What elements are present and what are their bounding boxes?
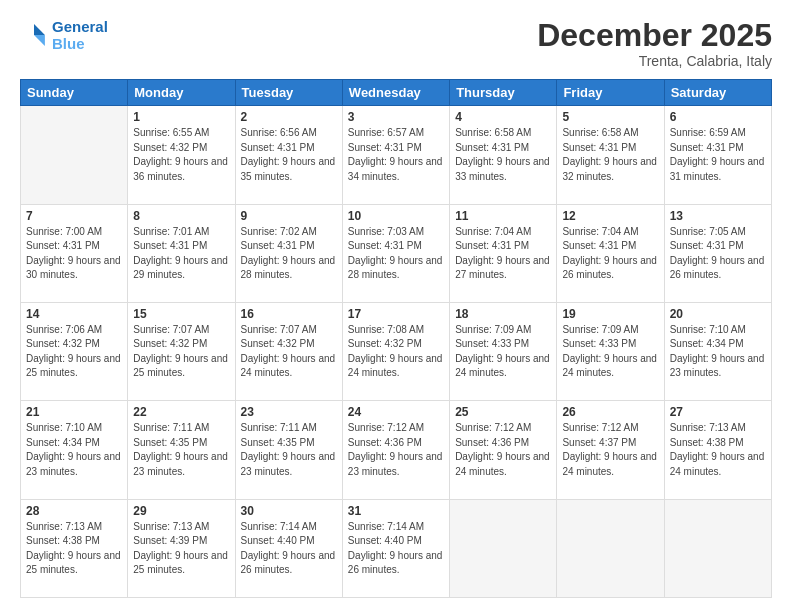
calendar-day-cell: 27Sunrise: 7:13 AMSunset: 4:38 PMDayligh… <box>664 401 771 499</box>
day-info: Sunrise: 7:13 AMSunset: 4:38 PMDaylight:… <box>26 520 122 578</box>
calendar-day-cell: 11Sunrise: 7:04 AMSunset: 4:31 PMDayligh… <box>450 204 557 302</box>
calendar-day-cell: 17Sunrise: 7:08 AMSunset: 4:32 PMDayligh… <box>342 302 449 400</box>
day-info: Sunrise: 7:11 AMSunset: 4:35 PMDaylight:… <box>133 421 229 479</box>
day-info: Sunrise: 6:56 AMSunset: 4:31 PMDaylight:… <box>241 126 337 184</box>
calendar-table: SundayMondayTuesdayWednesdayThursdayFrid… <box>20 79 772 598</box>
calendar-day-cell: 21Sunrise: 7:10 AMSunset: 4:34 PMDayligh… <box>21 401 128 499</box>
day-number: 14 <box>26 307 122 321</box>
calendar-day-header: Sunday <box>21 80 128 106</box>
day-number: 26 <box>562 405 658 419</box>
calendar-week-row: 28Sunrise: 7:13 AMSunset: 4:38 PMDayligh… <box>21 499 772 597</box>
day-info: Sunrise: 7:03 AMSunset: 4:31 PMDaylight:… <box>348 225 444 283</box>
page: General Blue December 2025 Trenta, Calab… <box>0 0 792 612</box>
day-info: Sunrise: 7:12 AMSunset: 4:37 PMDaylight:… <box>562 421 658 479</box>
day-number: 31 <box>348 504 444 518</box>
calendar-week-row: 14Sunrise: 7:06 AMSunset: 4:32 PMDayligh… <box>21 302 772 400</box>
calendar-day-cell: 31Sunrise: 7:14 AMSunset: 4:40 PMDayligh… <box>342 499 449 597</box>
day-info: Sunrise: 7:01 AMSunset: 4:31 PMDaylight:… <box>133 225 229 283</box>
day-number: 28 <box>26 504 122 518</box>
day-number: 20 <box>670 307 766 321</box>
calendar-day-header: Tuesday <box>235 80 342 106</box>
calendar-day-cell: 24Sunrise: 7:12 AMSunset: 4:36 PMDayligh… <box>342 401 449 499</box>
day-info: Sunrise: 6:55 AMSunset: 4:32 PMDaylight:… <box>133 126 229 184</box>
calendar-day-cell: 29Sunrise: 7:13 AMSunset: 4:39 PMDayligh… <box>128 499 235 597</box>
logo-icon <box>20 21 48 49</box>
calendar-day-cell: 9Sunrise: 7:02 AMSunset: 4:31 PMDaylight… <box>235 204 342 302</box>
calendar-day-cell: 12Sunrise: 7:04 AMSunset: 4:31 PMDayligh… <box>557 204 664 302</box>
day-info: Sunrise: 6:59 AMSunset: 4:31 PMDaylight:… <box>670 126 766 184</box>
calendar-day-cell: 8Sunrise: 7:01 AMSunset: 4:31 PMDaylight… <box>128 204 235 302</box>
svg-rect-4 <box>20 35 34 49</box>
calendar-day-header: Saturday <box>664 80 771 106</box>
calendar-day-cell: 18Sunrise: 7:09 AMSunset: 4:33 PMDayligh… <box>450 302 557 400</box>
day-info: Sunrise: 7:02 AMSunset: 4:31 PMDaylight:… <box>241 225 337 283</box>
day-number: 24 <box>348 405 444 419</box>
day-number: 17 <box>348 307 444 321</box>
day-number: 23 <box>241 405 337 419</box>
day-number: 21 <box>26 405 122 419</box>
day-number: 18 <box>455 307 551 321</box>
calendar-day-cell: 19Sunrise: 7:09 AMSunset: 4:33 PMDayligh… <box>557 302 664 400</box>
calendar-day-header: Wednesday <box>342 80 449 106</box>
day-info: Sunrise: 7:12 AMSunset: 4:36 PMDaylight:… <box>348 421 444 479</box>
day-info: Sunrise: 7:07 AMSunset: 4:32 PMDaylight:… <box>241 323 337 381</box>
day-number: 27 <box>670 405 766 419</box>
day-info: Sunrise: 7:09 AMSunset: 4:33 PMDaylight:… <box>562 323 658 381</box>
calendar-day-cell: 2Sunrise: 6:56 AMSunset: 4:31 PMDaylight… <box>235 106 342 204</box>
calendar-day-header: Friday <box>557 80 664 106</box>
day-number: 4 <box>455 110 551 124</box>
calendar-day-cell: 4Sunrise: 6:58 AMSunset: 4:31 PMDaylight… <box>450 106 557 204</box>
calendar-day-cell: 13Sunrise: 7:05 AMSunset: 4:31 PMDayligh… <box>664 204 771 302</box>
calendar-week-row: 7Sunrise: 7:00 AMSunset: 4:31 PMDaylight… <box>21 204 772 302</box>
calendar-day-cell <box>21 106 128 204</box>
calendar-day-cell: 15Sunrise: 7:07 AMSunset: 4:32 PMDayligh… <box>128 302 235 400</box>
calendar-day-cell <box>557 499 664 597</box>
calendar-day-cell: 20Sunrise: 7:10 AMSunset: 4:34 PMDayligh… <box>664 302 771 400</box>
day-info: Sunrise: 7:10 AMSunset: 4:34 PMDaylight:… <box>26 421 122 479</box>
logo-general: General <box>52 18 108 35</box>
day-number: 3 <box>348 110 444 124</box>
day-number: 13 <box>670 209 766 223</box>
day-number: 11 <box>455 209 551 223</box>
day-number: 12 <box>562 209 658 223</box>
month-title: December 2025 <box>537 18 772 53</box>
day-number: 9 <box>241 209 337 223</box>
day-info: Sunrise: 6:58 AMSunset: 4:31 PMDaylight:… <box>562 126 658 184</box>
calendar-day-cell: 5Sunrise: 6:58 AMSunset: 4:31 PMDaylight… <box>557 106 664 204</box>
calendar-day-header: Monday <box>128 80 235 106</box>
day-info: Sunrise: 7:09 AMSunset: 4:33 PMDaylight:… <box>455 323 551 381</box>
calendar-day-header: Thursday <box>450 80 557 106</box>
calendar-day-cell: 28Sunrise: 7:13 AMSunset: 4:38 PMDayligh… <box>21 499 128 597</box>
calendar-day-cell: 1Sunrise: 6:55 AMSunset: 4:32 PMDaylight… <box>128 106 235 204</box>
day-info: Sunrise: 7:13 AMSunset: 4:39 PMDaylight:… <box>133 520 229 578</box>
calendar-day-cell: 16Sunrise: 7:07 AMSunset: 4:32 PMDayligh… <box>235 302 342 400</box>
day-info: Sunrise: 7:04 AMSunset: 4:31 PMDaylight:… <box>455 225 551 283</box>
day-number: 15 <box>133 307 229 321</box>
day-number: 5 <box>562 110 658 124</box>
calendar-day-cell: 23Sunrise: 7:11 AMSunset: 4:35 PMDayligh… <box>235 401 342 499</box>
calendar-day-cell: 26Sunrise: 7:12 AMSunset: 4:37 PMDayligh… <box>557 401 664 499</box>
day-info: Sunrise: 6:57 AMSunset: 4:31 PMDaylight:… <box>348 126 444 184</box>
day-info: Sunrise: 7:00 AMSunset: 4:31 PMDaylight:… <box>26 225 122 283</box>
day-number: 2 <box>241 110 337 124</box>
day-number: 30 <box>241 504 337 518</box>
calendar-day-cell: 22Sunrise: 7:11 AMSunset: 4:35 PMDayligh… <box>128 401 235 499</box>
day-info: Sunrise: 7:14 AMSunset: 4:40 PMDaylight:… <box>348 520 444 578</box>
day-number: 22 <box>133 405 229 419</box>
calendar-week-row: 1Sunrise: 6:55 AMSunset: 4:32 PMDaylight… <box>21 106 772 204</box>
calendar-day-cell: 10Sunrise: 7:03 AMSunset: 4:31 PMDayligh… <box>342 204 449 302</box>
title-block: December 2025 Trenta, Calabria, Italy <box>537 18 772 69</box>
calendar-day-cell: 6Sunrise: 6:59 AMSunset: 4:31 PMDaylight… <box>664 106 771 204</box>
calendar-header-row: SundayMondayTuesdayWednesdayThursdayFrid… <box>21 80 772 106</box>
day-number: 7 <box>26 209 122 223</box>
header: General Blue December 2025 Trenta, Calab… <box>20 18 772 69</box>
day-info: Sunrise: 7:08 AMSunset: 4:32 PMDaylight:… <box>348 323 444 381</box>
location-subtitle: Trenta, Calabria, Italy <box>537 53 772 69</box>
day-info: Sunrise: 7:11 AMSunset: 4:35 PMDaylight:… <box>241 421 337 479</box>
day-number: 1 <box>133 110 229 124</box>
logo-text: General Blue <box>52 18 108 52</box>
logo: General Blue <box>20 18 108 52</box>
day-info: Sunrise: 6:58 AMSunset: 4:31 PMDaylight:… <box>455 126 551 184</box>
calendar-day-cell: 14Sunrise: 7:06 AMSunset: 4:32 PMDayligh… <box>21 302 128 400</box>
day-info: Sunrise: 7:07 AMSunset: 4:32 PMDaylight:… <box>133 323 229 381</box>
